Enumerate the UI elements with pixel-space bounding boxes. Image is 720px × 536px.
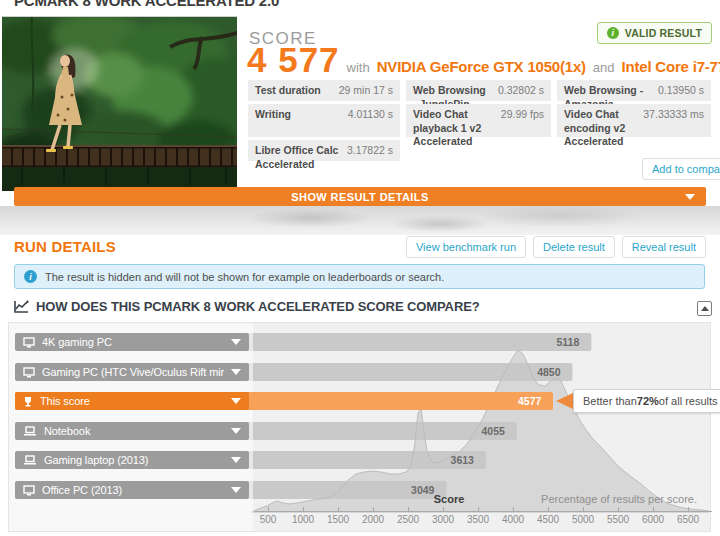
axis-note: Percentage of results per score. (541, 493, 697, 505)
bar-category-chip-gaming-laptop[interactable]: Gaming laptop (2013) (15, 451, 249, 469)
bar-value: 5118 (521, 336, 579, 348)
with-text: with (347, 60, 370, 75)
axis-tick-label: 4000 (493, 514, 533, 525)
laptop-icon (23, 455, 37, 465)
bar-category-chip-office-pc[interactable]: Office PC (2013) (15, 481, 249, 499)
score-value: 4 577 (247, 40, 340, 80)
and-text: and (593, 60, 615, 75)
chevron-down-icon (231, 339, 241, 345)
tooltip-arrow-icon (556, 393, 573, 409)
compare-section-header: HOW DOES THIS PCMARK 8 WORK ACCELERATED … (14, 299, 480, 314)
axis-tick (373, 507, 374, 512)
table-cell: Test duration29 min 17 s (248, 80, 400, 101)
axis-tick-label: 1000 (283, 514, 323, 525)
valid-result-badge: i VALID RESULT (597, 22, 712, 44)
line-chart-icon (14, 300, 29, 313)
trophy-icon (23, 396, 33, 407)
info-icon: i (24, 270, 37, 283)
monitor-icon (23, 367, 35, 378)
table-cell: Video Chat playback 1 v2 Accelerated29.9… (406, 104, 551, 137)
show-result-details-banner[interactable]: SHOW RESULT DETAILS (14, 187, 706, 206)
table-cell: Libre Office Calc Accelerated3.17822 s (248, 140, 400, 161)
axis-tick (268, 507, 269, 512)
bar-category-chip-this-score[interactable]: This score (15, 392, 249, 410)
axis-tick (688, 507, 689, 512)
run-details-title: RUN DETAILS (14, 238, 116, 255)
run-details-actions: View benchmark run Delete result Reveal … (406, 236, 706, 258)
percentile-tooltip: Better than 72% of all results (573, 389, 720, 413)
compare-title: HOW DOES THIS PCMARK 8 WORK ACCELERATED … (36, 299, 480, 314)
axis-tick (478, 507, 479, 512)
valid-icon: i (607, 27, 619, 39)
collapse-section-button[interactable] (697, 301, 712, 316)
page-title: PCMARK 8 WORK ACCELERATED 2.0 (14, 0, 279, 9)
bar-value: 3049 (376, 484, 434, 496)
axis-tick-label: 5000 (563, 514, 603, 525)
axis-tick (513, 507, 514, 512)
table-cell: Video Chat encoding v2 Accelerated37.333… (557, 104, 711, 137)
banner-label: SHOW RESULT DETAILS (291, 191, 428, 203)
bar-value: 3613 (416, 454, 474, 466)
axis-tick (338, 507, 339, 512)
valid-result-label: VALID RESULT (625, 27, 702, 39)
reveal-result-button[interactable]: Reveal result (622, 236, 706, 258)
axis-tick-label: 2000 (353, 514, 393, 525)
chevron-down-icon (231, 398, 241, 404)
rope-bridge (2, 145, 237, 191)
chevron-up-icon (701, 306, 709, 311)
laptop-icon (23, 426, 37, 436)
bar-value-this-score: 4577 (483, 395, 541, 407)
hidden-result-notice: i The result is hidden and will not be s… (14, 264, 705, 289)
score-compare-chart: 5001000150020002500300035004000450050005… (8, 322, 711, 532)
axis-tick-label: 5500 (598, 514, 638, 525)
table-cell: Web Browsing - Amazonia0.13950 s (557, 80, 711, 101)
axis-tick-label: 1500 (318, 514, 358, 525)
chevron-down-icon (231, 487, 241, 493)
axis-tick (443, 507, 444, 512)
axis-tick (548, 507, 549, 512)
chevron-down-icon (231, 369, 241, 375)
jungle-scene (2, 17, 237, 191)
result-photo (2, 16, 237, 191)
axis-tick-label: 4500 (528, 514, 568, 525)
chevron-down-icon (685, 194, 695, 200)
axis-tick-label: 6500 (668, 514, 708, 525)
notice-text: The result is hidden and will not be sho… (45, 271, 444, 283)
chevron-down-icon (231, 428, 241, 434)
gpu-name: NVIDIA GeForce GTX 1050(1x) (377, 58, 586, 75)
cpu-name: Intel Core i7-7700HQ (622, 58, 720, 75)
view-benchmark-run-button[interactable]: View benchmark run (406, 236, 526, 258)
x-axis (255, 511, 712, 512)
axis-tick-label: 500 (248, 514, 288, 525)
bar-value: 4850 (503, 366, 561, 378)
delete-result-button[interactable]: Delete result (533, 236, 615, 258)
bar-category-chip-gaming-pc[interactable]: Gaming PC (HTC Vive/Oculus Rift min spec… (15, 363, 249, 381)
axis-tick-label: 6000 (633, 514, 673, 525)
axis-tick (618, 507, 619, 512)
score-line: 4 577 with NVIDIA GeForce GTX 1050(1x) a… (247, 40, 720, 80)
axis-tick-label: 3000 (423, 514, 463, 525)
monitor-icon (23, 485, 35, 496)
axis-tick-label: 2500 (388, 514, 428, 525)
bar-category-chip-notebook[interactable]: Notebook (15, 422, 249, 440)
axis-tick (408, 507, 409, 512)
axis-tick (583, 507, 584, 512)
pcmark-result-page: PCMARK 8 WORK ACCELERATED 2.0 (0, 0, 720, 536)
result-metrics-table: Test duration29 min 17 s Web Browsing - … (248, 80, 711, 161)
faded-photo-strip (0, 206, 720, 235)
chevron-down-icon (231, 457, 241, 463)
table-cell: Web Browsing - JunglePin0.32802 s (406, 80, 551, 101)
bar-value: 4055 (447, 425, 505, 437)
axis-tick (303, 507, 304, 512)
table-cell: Writing4.01130 s (248, 104, 400, 137)
bar-category-chip-4k-gaming-pc[interactable]: 4K gaming PC (15, 333, 249, 351)
monitor-icon (23, 337, 35, 348)
axis-tick (653, 507, 654, 512)
axis-tick-label: 3500 (458, 514, 498, 525)
add-to-compare-button[interactable]: Add to compare (642, 158, 720, 180)
